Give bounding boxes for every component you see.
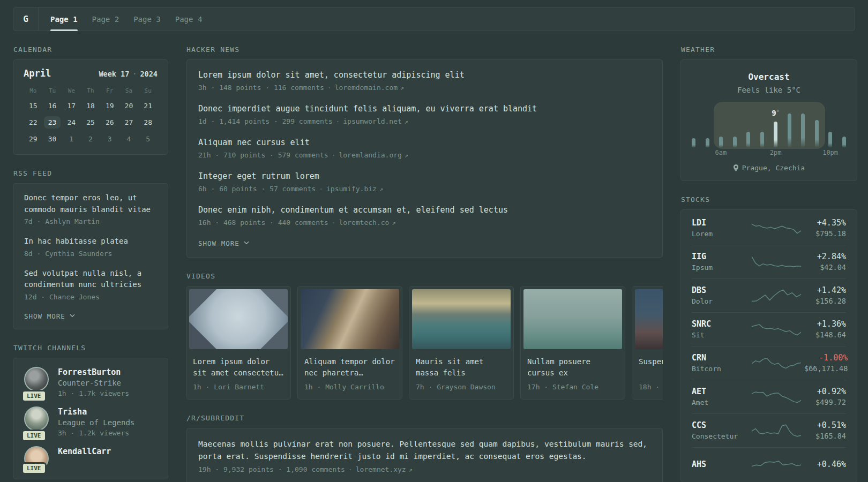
calendar-day: 4: [119, 131, 139, 147]
weather-time-labels: 6am2pm10pm: [692, 149, 846, 157]
stock-symbol: DBS: [692, 285, 749, 296]
stock-row[interactable]: SNRC Sit +1.36% $148.64: [692, 312, 846, 346]
stock-row[interactable]: DBS Dolor +1.42% $156.28: [692, 278, 846, 312]
twitch-channel-row[interactable]: LIVE ForrestBurton Counter-Strike 1h · 1…: [24, 367, 157, 398]
external-link-icon: ↗: [392, 219, 395, 227]
video-card[interactable]: Suspendisse diam 18h · Tara: [632, 286, 663, 400]
story-domain: loremtech.co: [339, 219, 389, 227]
calendar-day: 18: [81, 97, 100, 114]
twitch-channel-info: Trisha League of Legends 3h · 1.2k viewe…: [58, 406, 134, 438]
video-title: Aliquam tempor dolor nec pharetra…: [304, 356, 395, 379]
rss-item-title-link[interactable]: Donec tempor eros leo, ut commodo mauris…: [24, 192, 157, 215]
rss-show-more-button[interactable]: SHOW MORE: [24, 312, 76, 320]
calendar-year: 2024: [140, 70, 158, 78]
calendar-day: 15: [24, 97, 43, 114]
weather-bar: [828, 132, 832, 148]
video-thumbnail: [301, 289, 399, 349]
stock-name: Bitcorn: [692, 364, 749, 374]
video-card[interactable]: Aliquam tempor dolor nec pharetra… 1h · …: [297, 286, 402, 400]
stock-row[interactable]: CCS Consectetur +0.51% $165.84: [692, 413, 846, 447]
subreddit-post-domain-link[interactable]: loremnet.xyz↗: [356, 465, 413, 473]
nav-tab[interactable]: Page 2: [92, 7, 119, 31]
right-column: WEATHER Overcast Feels like 5°C 9° 6am2p…: [680, 46, 857, 482]
stock-change-percent: +0.51%: [804, 420, 846, 431]
weather-time-label: 10pm: [822, 149, 838, 156]
twitch-channel-row[interactable]: LIVE Trisha League of Legends 3h · 1.2k …: [24, 406, 157, 438]
weather-time-label: 6am: [715, 149, 727, 156]
calendar-day: 1: [62, 131, 81, 147]
story-meta: 3h · 148 points · 116 comments: [198, 84, 324, 92]
story-title-link[interactable]: Aliquam nec cursus elit: [198, 137, 650, 148]
external-link-icon: ↗: [400, 84, 404, 92]
story-title-link[interactable]: Donec imperdiet augue tincidunt felis al…: [198, 103, 650, 115]
video-card-body: Mauris sit amet massa felis 7h · Grayson…: [409, 352, 513, 399]
calendar-card: April Week 17·2024 MoTuWeThFrSaSu 15 16: [13, 59, 168, 155]
rss-item-title-link[interactable]: In hac habitasse platea: [24, 236, 157, 247]
video-meta: 18h · Tara: [639, 383, 663, 391]
video-card[interactable]: Lorem ipsum dolor sit amet consectetu… 1…: [186, 286, 291, 400]
rss-item-title-link[interactable]: Sed volutpat nulla nisl, a condimentum n…: [24, 268, 157, 291]
hackernews-show-more-button[interactable]: SHOW MORE: [198, 239, 250, 247]
calendar-day: 16: [43, 97, 62, 114]
video-thumbnail: [189, 289, 288, 349]
calendar-header: April Week 17·2024: [24, 68, 158, 79]
stock-row[interactable]: AHS +0.46%: [692, 447, 846, 481]
stock-sparkline: [752, 288, 801, 304]
story-domain-link[interactable]: loremdomain.com↗: [335, 84, 405, 92]
stock-identity: AET Amet: [692, 386, 749, 408]
weather-location-row: Prague, Czechia: [692, 164, 846, 172]
video-thumbnail: [412, 289, 511, 349]
nav-tab[interactable]: Page 4: [175, 7, 203, 31]
stock-row[interactable]: LDI Lorem +4.35% $795.18: [692, 211, 846, 245]
story-item: Integer eget rutrum lorem 6h · 60 points…: [198, 171, 650, 194]
stock-name: Consectetur: [692, 431, 749, 441]
stock-row[interactable]: IIG Ipsum +2.84% $42.04: [692, 245, 846, 278]
story-domain-link[interactable]: ipsumworld.net↗: [343, 117, 408, 125]
weather-bar: [842, 137, 846, 148]
calendar-day-number: 26: [106, 118, 114, 126]
calendar-day-number: 5: [146, 135, 150, 143]
video-card[interactable]: Nullam posuere cursus ex 17h · Stefan Co…: [520, 286, 625, 400]
calendar-weekday: Mo: [24, 87, 43, 94]
stock-row[interactable]: CRN Bitcorn -1.00% $66,171.48: [692, 346, 846, 380]
nav-tab-label: Page 2: [92, 15, 119, 24]
twitch-channel-row[interactable]: LIVE KendallCarr: [24, 446, 157, 471]
stock-name: Sit: [692, 330, 749, 340]
calendar-weekday-row: MoTuWeThFrSaSu: [24, 87, 158, 94]
nav-tab-label: Page 1: [50, 15, 78, 24]
story-item: Donec enim nibh, condimentum et accumsan…: [198, 205, 650, 228]
story-title-link[interactable]: Lorem ipsum dolor sit amet, consectetur …: [198, 70, 650, 81]
location-pin-icon: [733, 164, 739, 171]
stock-change-percent: +4.35%: [804, 217, 846, 229]
nav-tab[interactable]: Page 3: [133, 7, 161, 31]
section-title-videos: VIDEOS: [186, 272, 663, 280]
stock-sparkline: [752, 456, 801, 472]
calendar-day: 27: [119, 114, 139, 130]
nav-tab[interactable]: Page 1: [50, 7, 78, 31]
subreddit-post-title-link[interactable]: Maecenas mollis pulvinar erat non posuer…: [198, 438, 650, 463]
story-domain-link[interactable]: ipsumify.biz↗: [326, 185, 383, 193]
stock-row[interactable]: AET Amet +0.92% $499.72: [692, 380, 846, 413]
video-card[interactable]: Mauris sit amet massa felis 7h · Grayson…: [409, 286, 514, 400]
stock-symbol: AHS: [692, 459, 749, 470]
story-meta: 21h · 710 points · 579 comments: [198, 151, 328, 159]
app-logo[interactable]: G: [13, 7, 39, 31]
hackernews-widget: HACKER NEWS Lorem ipsum dolor sit amet, …: [186, 46, 663, 258]
story-domain-link[interactable]: loremtech.co↗: [339, 219, 395, 227]
stock-price: $66,171.48: [804, 364, 848, 374]
story-domain-link[interactable]: loremlandia.org↗: [339, 151, 408, 159]
rss-item-meta: 7d · Ashlyn Martin: [24, 216, 157, 227]
story-title-link[interactable]: Donec enim nibh, condimentum et accumsan…: [198, 205, 650, 216]
story-domain: ipsumify.biz: [326, 185, 377, 193]
story-title-link[interactable]: Integer eget rutrum lorem: [198, 171, 650, 182]
weather-widget: WEATHER Overcast Feels like 5°C 9° 6am2p…: [680, 46, 857, 181]
subreddit-post-meta-row: 19h · 9,932 points · 1,090 comments·lore…: [198, 464, 650, 475]
calendar-day: 22: [24, 114, 43, 130]
left-column: CALENDAR April Week 17·2024 MoTuWeThFrSa…: [13, 46, 168, 482]
avatar: [24, 367, 49, 391]
weather-bar: [760, 132, 764, 148]
chevron-down-icon: [243, 239, 250, 247]
twitch-channel-game: League of Legends: [58, 417, 134, 428]
external-link-icon: ↗: [379, 185, 383, 193]
calendar-day: 2: [81, 131, 100, 147]
